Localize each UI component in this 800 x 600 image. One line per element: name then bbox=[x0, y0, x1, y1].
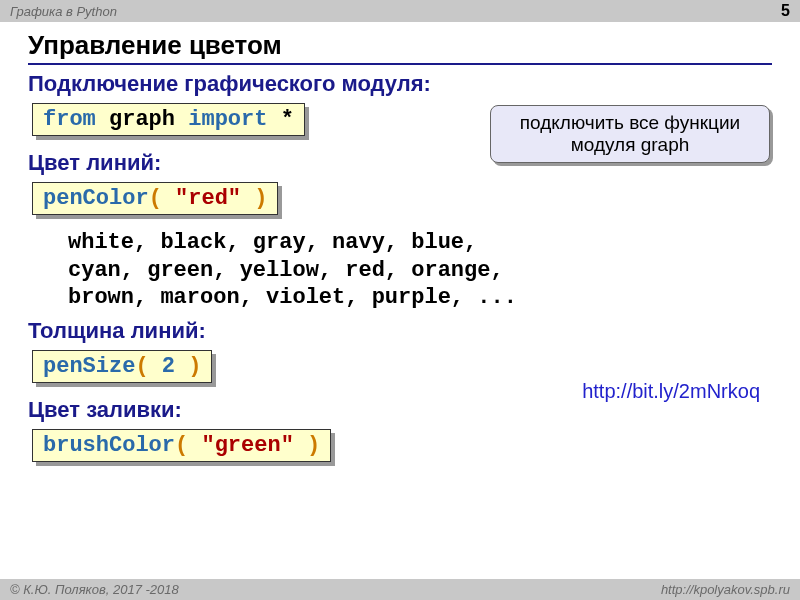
footer-copyright: © К.Ю. Поляков, 2017 -2018 bbox=[10, 582, 179, 597]
course-name: Графика в Python bbox=[10, 4, 117, 19]
code-brushcolor: brushColor( "green" ) bbox=[32, 429, 331, 462]
colors-link[interactable]: http://bit.ly/2mNrkoq bbox=[582, 380, 760, 403]
page-number: 5 bbox=[781, 2, 790, 20]
header-bar: Графика в Python 5 bbox=[0, 0, 800, 22]
footer-bar: © К.Ю. Поляков, 2017 -2018 http://kpolya… bbox=[0, 579, 800, 600]
code-pensize: penSize( 2 ) bbox=[32, 350, 212, 383]
label-pensize: Толщина линий: bbox=[28, 318, 772, 344]
callout-note: подключить все функции модуля graph bbox=[490, 105, 770, 163]
code-pencolor: penColor( "red" ) bbox=[32, 182, 278, 215]
slide-title: Управление цветом bbox=[28, 30, 772, 65]
color-list: white, black, gray, navy, blue, cyan, gr… bbox=[68, 229, 772, 312]
footer-url: http://kpolyakov.spb.ru bbox=[661, 582, 790, 597]
code-import: from graph import * bbox=[32, 103, 305, 136]
label-import: Подключение графического модуля: bbox=[28, 71, 772, 97]
